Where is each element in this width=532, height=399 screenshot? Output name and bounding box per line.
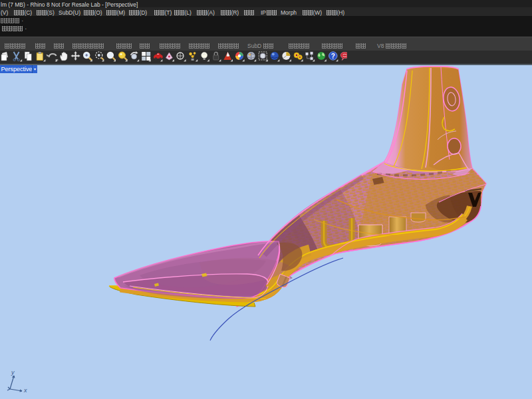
svg-text:?: ? bbox=[331, 53, 335, 60]
svg-text:x: x bbox=[23, 387, 27, 394]
svg-text:y: y bbox=[11, 369, 15, 376]
